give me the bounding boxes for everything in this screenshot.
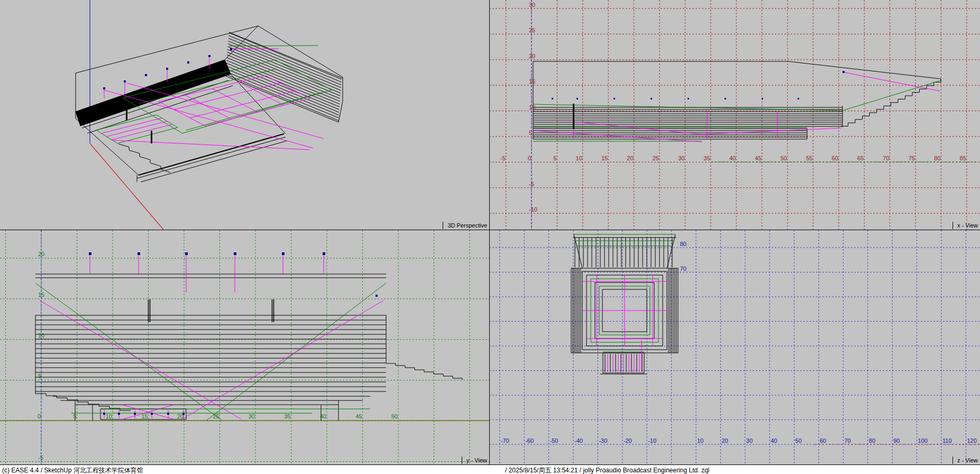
- grid-y-view-horizontal: [0, 258, 489, 462]
- viewport-x-view[interactable]: -50510152025303540455055606570758085 302…: [489, 0, 980, 230]
- statusbar-datetime-text: / 2025/8/15/周五 13:54:21 / jolly Proaudio…: [505, 466, 709, 474]
- grid-x-view-horizontal: [489, 8, 980, 213]
- speaker-symbols: [89, 252, 378, 415]
- quadrant-divider-horizontal[interactable]: [0, 230, 980, 230]
- structure-front-green: [35, 283, 386, 421]
- viewport-y-view[interactable]: 05101520253035404550 2015105-5 y - View: [0, 230, 489, 464]
- viewport-3d-perspective[interactable]: 3D Perspective: [0, 0, 489, 230]
- grid-z-view-vertical: [500, 230, 966, 464]
- axis-x-red: [90, 143, 163, 230]
- ease-main-window: 3D Perspective: [0, 0, 980, 474]
- grid-y-view-vertical: [6, 230, 470, 464]
- statusbar: (c) EASE 4.4 / SketchUp 河北工程技术学院体育馆 / 20…: [0, 464, 980, 474]
- quadrant-divider-vertical[interactable]: [489, 0, 490, 464]
- structure-wireframe-black: [76, 26, 343, 182]
- view-label-x-view: x - View: [952, 222, 979, 229]
- grid-z-view-horizontal: [489, 248, 980, 444]
- statusbar-project-text: (c) EASE 4.4 / SketchUp 河北工程技术学院体育馆: [2, 466, 143, 474]
- line-array-symbols: [149, 299, 274, 322]
- view-label-y-view: y - View: [462, 457, 489, 464]
- viewport-z-view[interactable]: -70-60-50-40-30-20-101020304050607080901…: [489, 230, 980, 464]
- line-array-symbol: [573, 104, 574, 129]
- grid-x-view-vertical: [506, 0, 967, 230]
- speaker-aim-lines-magenta: [40, 255, 383, 420]
- view-label-z-view: z - View: [952, 457, 979, 464]
- view-label-3d-perspective: 3D Perspective: [443, 222, 489, 229]
